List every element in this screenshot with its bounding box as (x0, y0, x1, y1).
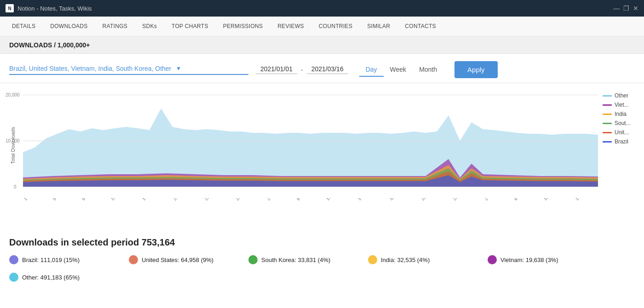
nav-top-charts[interactable]: TOP CHARTS (164, 17, 216, 36)
x-label: 14 Mar 2021 (575, 198, 594, 201)
summary-section: Downloads in selected period 753,164 Bra… (0, 228, 644, 291)
titlebar-title: Notion - Notes, Tasks, Wikis (17, 5, 92, 12)
stat-india: India: 32,535 (4%) (368, 255, 488, 264)
date-from-input[interactable] (256, 65, 297, 74)
date-range: - (256, 65, 348, 74)
week-button[interactable]: Week (384, 63, 413, 77)
legend-label-other: Other (615, 92, 628, 99)
legend-color-vietnam (603, 104, 612, 106)
legend-india: India (603, 111, 639, 117)
maximize-button[interactable]: ❐ (623, 5, 629, 12)
nav-reviews[interactable]: REVIEWS (270, 17, 311, 36)
legend-south-korea: Sout... (603, 120, 639, 126)
nav-countries[interactable]: COUNTRIES (311, 17, 360, 36)
legend-vietnam: Viet... (603, 102, 639, 108)
stat-other: Other: 491,183 (65%) (9, 273, 129, 282)
x-label: 2 Feb 2021 (266, 198, 284, 201)
legend-brazil: Brazil (603, 138, 639, 145)
legend-color-brazil (603, 141, 612, 143)
x-label: 10 Mar 2021 (543, 198, 563, 201)
app-icon: N (6, 4, 14, 12)
x-label: 2 Mar 2021 (484, 198, 502, 201)
x-label: 1 Jan 2021 (23, 198, 41, 201)
x-label: 29 Jan 2021 (235, 198, 254, 201)
x-label: 17 Jan 2021 (141, 198, 161, 201)
area-chart-svg (23, 92, 598, 189)
navbar: DETAILS DOWNLOADS RATINGS SDKs TOP CHART… (0, 17, 644, 37)
stat-south-korea: South Korea: 33,831 (4%) (248, 255, 368, 264)
legend-color-india (603, 114, 612, 115)
stat-us: United States: 64,958 (9%) (129, 255, 248, 264)
legend-color-south-korea (603, 123, 612, 124)
x-label: 18 Feb 2021 (389, 198, 408, 201)
stat-vietnam: Vietnam: 19,638 (3%) (488, 255, 607, 264)
summary-title: Downloads in selected period 753,164 (9, 237, 635, 248)
nav-ratings[interactable]: RATINGS (95, 17, 135, 36)
stat-text-brazil: Brazil: 111,019 (15%) (22, 257, 80, 263)
legend-label-india: India (615, 111, 627, 117)
stat-text-us: United States: 64,958 (9%) (142, 257, 213, 263)
x-label: 13 Jan 2021 (110, 198, 129, 201)
day-button[interactable]: Day (359, 63, 384, 77)
date-separator: - (301, 66, 303, 74)
y-axis-label: Total Downloads (10, 127, 16, 164)
nav-contacts[interactable]: CONTACTS (397, 17, 443, 36)
chevron-down-icon: ▼ (176, 65, 181, 72)
x-label: 21 Jan 2021 (172, 198, 192, 201)
nav-details[interactable]: DETAILS (5, 17, 43, 36)
legend-label-vietnam: Viet... (615, 102, 628, 108)
legend-color-other (603, 95, 612, 97)
x-label: 6 Mar 2021 (513, 198, 531, 201)
stat-dot-south-korea (248, 255, 258, 264)
stat-dot-other (9, 273, 18, 282)
x-label: 6 Feb 2021 (296, 198, 314, 201)
stat-dot-india (368, 255, 377, 264)
close-button[interactable]: ✕ (633, 5, 638, 12)
x-label: 26 Feb 2021 (452, 198, 472, 201)
legend-color-united-states (603, 132, 612, 133)
legend-label-brazil: Brazil (615, 138, 628, 145)
stat-text-india: India: 32,535 (4%) (381, 257, 430, 263)
legend-label-united-states: Unit... (615, 129, 629, 136)
chart-container: Total Downloads 20,000 10,000 0 (0, 83, 644, 228)
minimize-button[interactable]: — (613, 5, 620, 12)
legend-label-south-korea: Sout... (615, 120, 631, 126)
chart-wrap: Total Downloads 20,000 10,000 0 (5, 92, 639, 198)
x-label: 14 Feb 2021 (357, 198, 377, 201)
stat-text-other: Other: 491,183 (65%) (22, 274, 80, 281)
stat-brazil: Brazil: 111,019 (15%) (9, 255, 129, 264)
month-button[interactable]: Month (413, 63, 443, 77)
summary-stats: Brazil: 111,019 (15%) United States: 64,… (9, 255, 635, 286)
section-header-text: DOWNLOADS / 1,000,000+ (9, 41, 90, 49)
stat-dot-us (129, 255, 138, 264)
main-content: DOWNLOADS / 1,000,000+ Brazil, United St… (0, 37, 644, 291)
stat-text-south-korea: South Korea: 33,831 (4%) (261, 257, 330, 263)
nav-permissions[interactable]: PERMISSIONS (216, 17, 270, 36)
x-label: 9 Jan 2021 (81, 198, 99, 201)
legend-other: Other (603, 92, 639, 99)
date-to-input[interactable] (307, 65, 348, 74)
section-header: DOWNLOADS / 1,000,000+ (0, 37, 644, 54)
stat-dot-vietnam (488, 255, 497, 264)
x-axis: 1 Jan 2021 5 Jan 2021 9 Jan 2021 13 Jan … (23, 198, 598, 223)
time-group: Day Week Month (359, 63, 443, 77)
window-controls[interactable]: — ❐ ✕ (613, 5, 638, 12)
stat-text-vietnam: Vietnam: 19,638 (3%) (500, 257, 558, 263)
stat-dot-brazil (9, 255, 18, 264)
nav-downloads[interactable]: DOWNLOADS (43, 17, 95, 36)
apply-button[interactable]: Apply (454, 61, 498, 78)
country-select-text: Brazil, United States, Vietnam, India, S… (9, 65, 171, 72)
x-label: 22 Feb 2021 (420, 198, 440, 201)
x-label: 5 Jan 2021 (52, 198, 70, 201)
chart-svg-area: 20,000 10,000 0 (23, 92, 598, 198)
legend-united-states: Unit... (603, 129, 639, 136)
chart-legend: Other Viet... India Sout... Unit... (603, 92, 639, 145)
nav-similar[interactable]: SIMILAR (360, 17, 397, 36)
titlebar: N Notion - Notes, Tasks, Wikis — ❐ ✕ (0, 0, 644, 17)
filter-row: Brazil, United States, Vietnam, India, S… (0, 54, 644, 83)
nav-sdks[interactable]: SDKs (135, 17, 164, 36)
country-dropdown[interactable]: Brazil, United States, Vietnam, India, S… (9, 65, 248, 75)
x-label: 10 Feb 2021 (325, 198, 345, 201)
x-label: 25 Jan 2021 (204, 198, 223, 201)
